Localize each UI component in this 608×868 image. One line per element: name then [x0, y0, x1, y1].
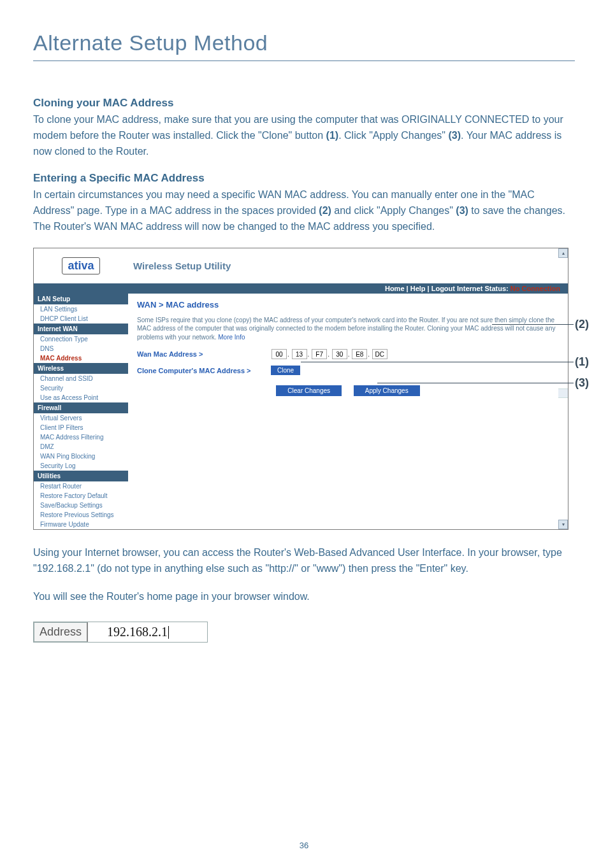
address-label: Address: [34, 622, 88, 642]
desc-text: Some ISPs require that you clone (copy) …: [137, 317, 555, 341]
mac-field-3[interactable]: [332, 349, 347, 359]
cat-firewall: Firewall: [34, 402, 128, 413]
more-info-link[interactable]: More Info: [218, 334, 245, 341]
router-ui: ▴ ativa Wireless Setup Utility Home | He…: [33, 248, 568, 530]
content-breadcrumb: WAN > MAC address: [137, 300, 559, 309]
router-screenshot: ▴ ativa Wireless Setup Utility Home | He…: [33, 248, 575, 530]
sidebar: LAN Setup LAN Settings DHCP Client List …: [34, 294, 128, 529]
nav-ping[interactable]: WAN Ping Blocking: [34, 452, 128, 461]
nav-dhcp[interactable]: DHCP Client List: [34, 314, 128, 324]
s1-b2: (3): [448, 130, 461, 141]
status-value: No Connection: [510, 285, 560, 292]
section2-body: In certain circumstances you may need a …: [33, 187, 575, 234]
paragraph-4: You will see the Router's home page in y…: [33, 589, 575, 605]
callout-2: (2): [575, 318, 589, 331]
page-number: 36: [0, 841, 608, 850]
logo-cell: ativa: [34, 248, 128, 283]
section1-body: To clone your MAC address, make sure tha…: [33, 112, 575, 159]
cat-wireless: Wireless: [34, 363, 128, 374]
s2-b1: (2): [319, 205, 331, 216]
nav-channel[interactable]: Channel and SSID: [34, 374, 128, 383]
scroll-up-icon[interactable]: ▴: [558, 248, 568, 258]
callout-3: (3): [575, 376, 589, 390]
section1-heading: Cloning your MAC Address: [33, 97, 575, 110]
nav-cip[interactable]: Client IP Filters: [34, 423, 128, 432]
nav-seclog[interactable]: Security Log: [34, 461, 128, 471]
nav-vs[interactable]: Virtual Servers: [34, 413, 128, 423]
ui-body: LAN Setup LAN Settings DHCP Client List …: [34, 294, 568, 529]
address-value[interactable]: 192.168.2.1: [88, 622, 207, 642]
nav-ap[interactable]: Use as Access Point: [34, 393, 128, 402]
paragraph-3: Using your Internet browser, you can acc…: [33, 545, 575, 577]
s1-p2: . Click "Apply Changes": [338, 130, 448, 141]
nav-dns[interactable]: DNS: [34, 344, 128, 353]
clone-row: Clone Computer's MAC Address > Clone: [137, 366, 559, 375]
scroll-down-icon[interactable]: ▾: [558, 520, 568, 529]
mac-field-0[interactable]: [271, 349, 287, 359]
ui-header: ativa Wireless Setup Utility: [34, 248, 568, 283]
callout-line-3: [377, 383, 574, 383]
clone-button[interactable]: Clone: [271, 366, 300, 375]
address-bar: Address 192.168.2.1: [33, 622, 208, 643]
button-row: Clear Changes Apply Changes: [137, 385, 559, 396]
text-cursor-icon: [168, 626, 169, 639]
nav-firmware[interactable]: Firmware Update: [34, 520, 128, 529]
nav-restart[interactable]: Restart Router: [34, 481, 128, 491]
nav-factory[interactable]: Restore Factory Default: [34, 491, 128, 501]
nav-security[interactable]: Security: [34, 383, 128, 393]
wan-mac-label: Wan Mac Address >: [137, 350, 271, 358]
nav-restore[interactable]: Restore Previous Settings: [34, 510, 128, 520]
nav-dmz[interactable]: DMZ: [34, 442, 128, 452]
clear-changes-button[interactable]: Clear Changes: [276, 385, 342, 396]
nav-macf[interactable]: MAC Address Filtering: [34, 432, 128, 442]
callout-line-2: [492, 324, 574, 325]
apply-changes-button[interactable]: Apply Changes: [354, 385, 420, 396]
brand-logo: ativa: [62, 257, 99, 274]
status-links[interactable]: Home | Help | Logout Internet Status:: [385, 285, 509, 292]
section2-heading: Entering a Specific MAC Address: [33, 172, 575, 185]
clone-label: Clone Computer's MAC Address >: [137, 367, 271, 374]
cat-utilities: Utilities: [34, 471, 128, 481]
utility-title: Wireless Setup Utility: [128, 248, 568, 283]
s2-p2: and click "Apply Changes": [331, 205, 456, 216]
cat-lan: LAN Setup: [34, 294, 128, 304]
nav-conn-type[interactable]: Connection Type: [34, 334, 128, 344]
nav-backup[interactable]: Save/Backup Settings: [34, 501, 128, 510]
callout-1: (1): [575, 355, 589, 369]
content-desc: Some ISPs require that you clone (copy) …: [137, 316, 559, 342]
page-title: Alternate Setup Method: [33, 31, 575, 61]
s2-b2: (3): [456, 205, 468, 216]
callout-line-1: [301, 362, 574, 362]
s1-b1: (1): [326, 130, 339, 141]
content-pane: WAN > MAC address Some ISPs require that…: [128, 294, 568, 529]
scroll-thumb[interactable]: [558, 388, 568, 398]
mac-field-5[interactable]: [372, 349, 387, 359]
mac-field-2[interactable]: [312, 349, 327, 359]
nav-mac-address[interactable]: MAC Address: [34, 353, 128, 363]
wan-mac-row: Wan Mac Address > . . . . .: [137, 349, 559, 359]
status-bar: Home | Help | Logout Internet Status: No…: [34, 283, 568, 294]
mac-inputs: . . . . .: [271, 349, 388, 359]
nav-lan-settings[interactable]: LAN Settings: [34, 304, 128, 314]
mac-field-1[interactable]: [292, 349, 307, 359]
cat-wan: Internet WAN: [34, 324, 128, 334]
mac-field-4[interactable]: [352, 349, 367, 359]
